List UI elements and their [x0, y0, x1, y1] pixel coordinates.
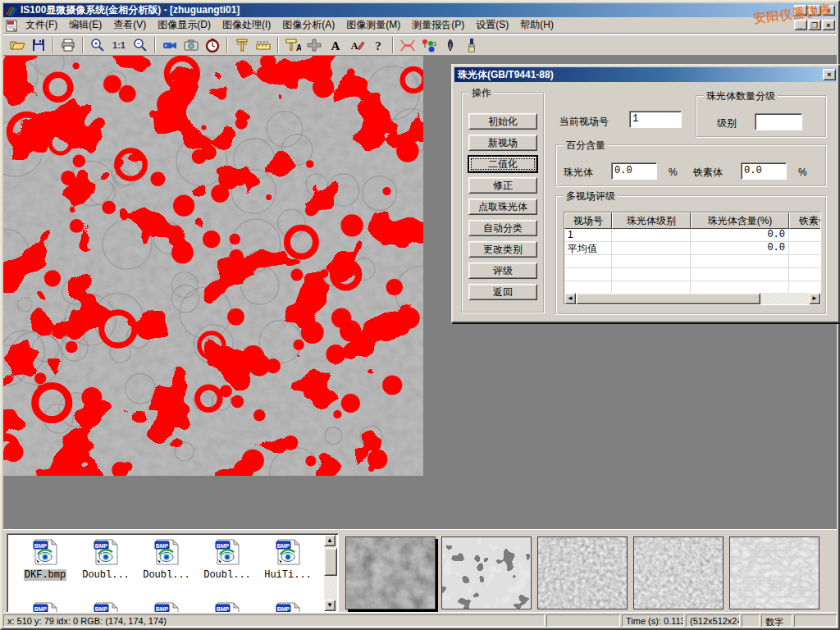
- mdi-restore-button[interactable]: ❐: [808, 20, 821, 30]
- grade-group: 珠光体数量分级 级别: [696, 95, 827, 138]
- col-pearlite-grade[interactable]: 珠光体级别: [612, 212, 691, 229]
- new-field-button[interactable]: 新视场: [468, 135, 537, 151]
- file-name[interactable]: Doubl...: [142, 569, 191, 581]
- mdi-close-button[interactable]: ×: [822, 20, 835, 30]
- menu-image-process[interactable]: 图像处理(I): [217, 16, 276, 34]
- scrollbar-thumb[interactable]: [576, 293, 760, 304]
- ferrite-percent-input[interactable]: 0.0: [741, 162, 787, 180]
- current-field-input[interactable]: 1: [629, 111, 682, 128]
- menu-image-display[interactable]: 图像显示(D): [152, 16, 217, 34]
- file-item[interactable]: BMP: [16, 601, 75, 613]
- svg-text:BMP: BMP: [277, 543, 290, 549]
- file-item[interactable]: BMP: [258, 601, 317, 613]
- menu-image-measure[interactable]: 图像测量(M): [340, 16, 406, 34]
- multi-field-table[interactable]: 视场号 珠光体级别 珠光体含量(%) 铁素体 1 0.0 平均值 0.0: [564, 212, 821, 305]
- brush-tool-icon: [463, 38, 480, 52]
- save-button[interactable]: [28, 36, 49, 54]
- scroll-down-button[interactable]: ▼: [324, 600, 336, 611]
- table-row-empty[interactable]: [564, 268, 820, 281]
- file-list[interactable]: BMPDKF.bmp BMPDoubl... BMPDoubl... BMPDo…: [7, 533, 339, 613]
- file-name[interactable]: HuiTi...: [263, 569, 313, 581]
- help-button[interactable]: ?: [368, 36, 389, 54]
- toolbar-separator: [52, 37, 54, 53]
- thumbnail-4[interactable]: [633, 536, 724, 609]
- pearlite-percent-input[interactable]: 0.0: [611, 162, 657, 180]
- annotate-button[interactable]: A: [346, 36, 368, 54]
- init-button[interactable]: 初始化: [468, 113, 537, 130]
- menu-bar: 文件(F) 编辑(E) 查看(V) 图像显示(D) 图像处理(I) 图像分析(A…: [3, 17, 837, 34]
- file-item[interactable]: BMPDoubl...: [137, 538, 196, 581]
- file-item[interactable]: BMP: [76, 601, 135, 613]
- toolbar-separator: [277, 37, 279, 53]
- col-pearlite-pct[interactable]: 珠光体含量(%): [691, 212, 789, 229]
- photo-capture-button[interactable]: [180, 36, 202, 54]
- file-name[interactable]: DKF.bmp: [24, 569, 66, 581]
- actual-size-button[interactable]: 1:1: [108, 36, 130, 54]
- table-row-empty[interactable]: [564, 255, 820, 268]
- file-item[interactable]: BMP: [198, 601, 257, 613]
- operations-group-label: 操作: [469, 86, 494, 100]
- svg-text:BMP: BMP: [217, 606, 230, 612]
- thumbnail-5[interactable]: [729, 536, 819, 609]
- caliper-button[interactable]: [231, 36, 253, 54]
- print-button[interactable]: [57, 36, 79, 54]
- pick-pearlite-button[interactable]: 点取珠光体: [468, 199, 537, 215]
- pen-tool-icon: [442, 38, 459, 52]
- file-item[interactable]: BMP: [137, 601, 196, 613]
- measure-text-button[interactable]: A: [282, 36, 304, 54]
- zoom-out-button[interactable]: [130, 36, 151, 54]
- correct-button[interactable]: 修正: [468, 177, 537, 194]
- zoom-in-icon: [89, 38, 106, 52]
- thumbnail-2[interactable]: [441, 536, 532, 609]
- thumbnail-1[interactable]: [345, 536, 436, 609]
- thumbnail-3[interactable]: [537, 536, 628, 609]
- col-field-no[interactable]: 视场号: [564, 212, 612, 229]
- change-class-button[interactable]: 更改类别: [468, 241, 537, 258]
- file-item[interactable]: BMPDoubl...: [76, 538, 135, 581]
- col-ferrite[interactable]: 铁素体: [789, 212, 821, 229]
- curve-tool-button[interactable]: [397, 36, 418, 54]
- grade-input[interactable]: [755, 113, 802, 130]
- dialog-close-button[interactable]: ×: [823, 69, 836, 80]
- timer-button[interactable]: [202, 36, 223, 54]
- scrollbar-track[interactable]: [760, 293, 809, 304]
- zoom-in-button[interactable]: [87, 36, 108, 54]
- menu-view[interactable]: 查看(V): [107, 16, 152, 34]
- svg-text:BMP: BMP: [156, 606, 169, 612]
- table-row[interactable]: 1 0.0: [564, 229, 820, 242]
- brush-tool-button[interactable]: [461, 36, 482, 54]
- file-name[interactable]: Doubl...: [81, 569, 130, 581]
- text-button[interactable]: A: [325, 36, 346, 54]
- menu-help[interactable]: 帮助(H): [514, 16, 559, 34]
- open-button[interactable]: [7, 36, 28, 54]
- file-list-scrollbar[interactable]: ▲ ▼: [324, 535, 337, 611]
- multi-field-group: 多视场评级 视场号 珠光体级别 珠光体含量(%) 铁素体 1 0.0 平均值: [555, 195, 827, 315]
- binarize-button[interactable]: 二值化: [468, 156, 537, 172]
- grid-button[interactable]: [304, 36, 325, 54]
- table-row[interactable]: 平均值 0.0: [564, 242, 820, 255]
- auto-classify-button[interactable]: 自动分类: [468, 220, 537, 236]
- ruler-button[interactable]: [253, 36, 274, 54]
- return-button[interactable]: 返回: [468, 284, 537, 300]
- file-item[interactable]: BMPDoubl...: [198, 538, 257, 581]
- pen-tool-button[interactable]: [440, 36, 461, 54]
- window-title: IS100显微摄像系统(金相分析版) - [zhuguangti01]: [21, 3, 240, 17]
- table-horizontal-scrollbar[interactable]: ◄ ►: [564, 293, 820, 304]
- scroll-right-button[interactable]: ►: [809, 293, 820, 304]
- scrollbar-thumb[interactable]: [324, 548, 337, 576]
- scroll-up-button[interactable]: ▲: [324, 535, 336, 546]
- scroll-left-button[interactable]: ◄: [564, 293, 576, 304]
- video-capture-button[interactable]: [159, 36, 180, 54]
- file-item[interactable]: BMPHuiTi...: [258, 538, 317, 581]
- file-name[interactable]: Doubl...: [203, 569, 252, 581]
- micrograph-image[interactable]: [3, 56, 423, 476]
- menu-image-analysis[interactable]: 图像分析(A): [276, 16, 340, 34]
- dialog-title-bar[interactable]: 珠光体(GB/T9441-88): [454, 67, 837, 82]
- file-item[interactable]: BMPDKF.bmp: [16, 538, 75, 581]
- menu-settings[interactable]: 设置(S): [470, 16, 514, 34]
- menu-report[interactable]: 测量报告(P): [406, 16, 470, 34]
- rate-button[interactable]: 评级: [468, 262, 537, 279]
- menu-file[interactable]: 文件(F): [20, 16, 63, 34]
- count-tool-button[interactable]: 3: [418, 36, 440, 54]
- menu-edit[interactable]: 编辑(E): [63, 16, 107, 34]
